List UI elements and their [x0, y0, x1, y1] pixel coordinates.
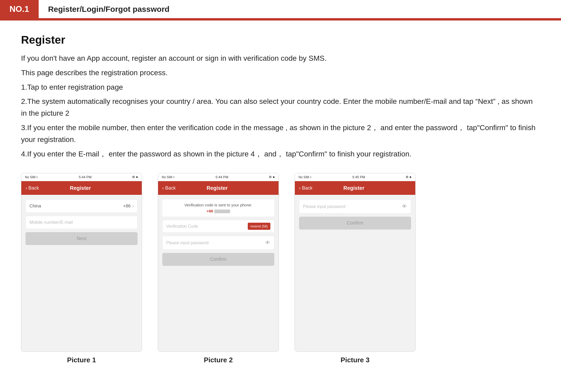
phone3-password-row[interactable]: Please input password 👁	[299, 200, 411, 213]
phone2-notice-text: Verification code is sent to your phone:	[184, 203, 252, 207]
phone1-country-code: +86 ›	[123, 203, 134, 209]
phone2-status-center: 5:44 PM	[216, 175, 228, 179]
phone1-body: China +86 › Mobile number/E-mail Next	[21, 195, 142, 352]
header-badge: NO.1	[0, 0, 39, 18]
phone1-country-label: China	[29, 203, 41, 209]
phone1-status-right: ✪ ■	[132, 175, 138, 179]
phone1-country-row[interactable]: China +86 ›	[26, 200, 138, 213]
picture3-container: No SIM ▿ 5:45 PM ✪ ■ ‹ Back Register Ple…	[295, 173, 416, 364]
phone2-body: Verification code is sent to your phone:…	[158, 195, 279, 352]
phone3-password-placeholder: Please input password	[303, 204, 345, 209]
phone1-navbar: ‹ Back Register	[21, 181, 142, 195]
page-header: NO.1 Register/Login/Forgot password	[0, 0, 561, 19]
description-para2: This page describes the registration pro…	[21, 67, 540, 79]
phone3-status-right: ✪ ■	[406, 175, 412, 179]
phone2-resend-button[interactable]: resend (58)	[248, 223, 270, 230]
picture3-label: Picture 3	[341, 356, 370, 364]
phone3-frame: No SIM ▿ 5:45 PM ✪ ■ ‹ Back Register Ple…	[295, 173, 416, 352]
description-para4: 2.The system automatically recognises yo…	[21, 96, 540, 119]
header-title: Register/Login/Forgot password	[39, 5, 170, 14]
phone2-verification-row[interactable]: Verification Code resend (58)	[162, 220, 274, 233]
chevron-right-icon: ›	[132, 204, 134, 208]
phone-number-masked	[214, 210, 230, 213]
main-content: Register If you don't have an App accoun…	[0, 21, 561, 380]
phone2-statusbar: No SIM ▿ 5:44 PM ✪ ■	[158, 173, 279, 181]
phone1-nav-title: Register	[39, 185, 122, 191]
phone2-nav-title: Register	[176, 185, 259, 191]
phone2-verify-notice: Verification code is sent to your phone:…	[162, 200, 274, 217]
phone3-status-center: 5:45 PM	[352, 175, 365, 179]
description-para1: If you don't have an App account, regist…	[21, 53, 540, 64]
phone3-nav-title: Register	[312, 185, 395, 191]
phone3-statusbar: No SIM ▿ 5:45 PM ✪ ■	[295, 173, 415, 181]
description-para3: 1.Tap to enter registration page	[21, 82, 540, 93]
phone1-next-button[interactable]: Next	[26, 232, 138, 245]
phone2-password-placeholder: Please input password	[166, 241, 209, 245]
description-para6: 4.If you enter the E-mail， enter the pas…	[21, 148, 540, 160]
phone1-status-center: 5:44 PM	[79, 175, 92, 179]
eye-icon-p3[interactable]: 👁	[402, 203, 407, 210]
phone2-status-right: ✪ ■	[269, 175, 275, 179]
phone2-status-left: No SIM ▿	[162, 175, 175, 179]
phone2-navbar: ‹ Back Register	[158, 181, 279, 195]
phones-row: No SIM ▿ 5:44 PM ✪ ■ ‹ Back Register Chi…	[21, 173, 540, 364]
phone1-frame: No SIM ▿ 5:44 PM ✪ ■ ‹ Back Register Chi…	[21, 173, 142, 352]
picture2-container: No SIM ▿ 5:44 PM ✪ ■ ‹ Back Register Ver…	[158, 173, 279, 364]
phone2-password-row[interactable]: Please input password 👁	[162, 236, 274, 250]
phone2-frame: No SIM ▿ 5:44 PM ✪ ■ ‹ Back Register Ver…	[158, 173, 279, 352]
phone1-mobile-input[interactable]: Mobile number/E-mail	[26, 216, 138, 229]
picture1-container: No SIM ▿ 5:44 PM ✪ ■ ‹ Back Register Chi…	[21, 173, 142, 364]
phone3-back-button[interactable]: ‹ Back	[299, 185, 312, 191]
description-para5: 3.If you enter the mobile number, then e…	[21, 122, 540, 146]
picture1-label: Picture 1	[67, 356, 96, 364]
phone3-status-left: No SIM ▿	[299, 175, 311, 179]
phone3-confirm-button[interactable]: Confirm	[299, 217, 411, 230]
phone1-mobile-placeholder: Mobile number/E-mail	[29, 220, 73, 225]
phone1-statusbar: No SIM ▿ 5:44 PM ✪ ■	[21, 173, 142, 181]
phone2-verify-code-input[interactable]: Verification Code	[166, 224, 246, 229]
phone1-status-left: No SIM ▿	[25, 175, 38, 179]
phone2-phone-number: +86	[206, 209, 230, 213]
section-title: Register	[21, 34, 540, 46]
phone3-navbar: ‹ Back Register	[295, 181, 415, 195]
phone2-confirm-button[interactable]: Confirm	[162, 253, 274, 266]
phone3-body: Please input password 👁 Confirm	[295, 195, 415, 352]
eye-icon[interactable]: 👁	[265, 240, 270, 246]
picture2-label: Picture 2	[204, 356, 233, 364]
phone1-back-button[interactable]: ‹ Back	[26, 185, 39, 191]
phone2-back-button[interactable]: ‹ Back	[162, 185, 176, 191]
